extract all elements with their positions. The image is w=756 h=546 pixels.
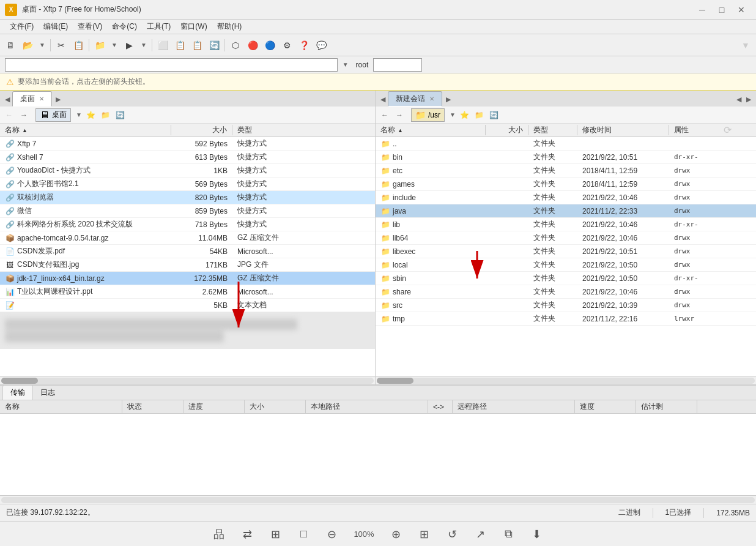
- right-file-row[interactable]: 📁include文件夹2021/9/22, 10:46drwx: [376, 191, 756, 204]
- left-nav-back[interactable]: ←: [2, 108, 16, 122]
- toolbar-help[interactable]: ❓: [296, 37, 312, 53]
- tab-transfer[interactable]: 传输: [2, 385, 33, 400]
- left-panel-tab-desktop[interactable]: 桌面 ✕: [12, 91, 52, 107]
- right-tab-extra-next[interactable]: ▶: [744, 92, 754, 107]
- left-nav-new-folder[interactable]: 📁: [99, 108, 113, 122]
- menu-file[interactable]: 文件(F): [5, 20, 39, 33]
- right-col-size[interactable]: 大小: [486, 125, 528, 135]
- right-h-scrollbar[interactable]: [376, 376, 756, 384]
- bottom-icon-zoom-in[interactable]: ⊕: [387, 525, 406, 544]
- left-col-name[interactable]: 名称 ▲: [0, 125, 171, 135]
- toolbar-new-session[interactable]: 🖥: [2, 37, 18, 53]
- left-col-size[interactable]: 大小: [171, 125, 232, 135]
- left-h-scrollbar[interactable]: [0, 376, 375, 384]
- restore-button[interactable]: □: [712, 0, 732, 20]
- host-input[interactable]: [5, 58, 338, 72]
- bottom-icon-transfer-to[interactable]: ⇄: [238, 525, 256, 544]
- close-button[interactable]: ✕: [732, 0, 751, 20]
- right-file-row[interactable]: 📁src文件夹2021/9/22, 10:39drwx: [376, 299, 756, 312]
- toolbar-chat[interactable]: 💬: [313, 37, 329, 53]
- password-input[interactable]: [373, 58, 422, 72]
- transfer-scrollbar-track[interactable]: [1, 497, 755, 503]
- left-file-row[interactable]: 🔗双核浏览器820 Bytes快捷方式: [0, 191, 375, 204]
- right-file-row[interactable]: 📁lib64文件夹2021/9/22, 10:46drwx: [376, 231, 756, 245]
- left-file-row[interactable]: 🔗科来网络分析系统 2020 技术交流版718 Bytes快捷方式: [0, 218, 375, 231]
- bottom-icon-download[interactable]: ⬇: [528, 525, 546, 544]
- bottom-icon-sessions[interactable]: 品: [210, 525, 228, 544]
- left-file-row[interactable]: 🔗个人数字图书馆2.1569 Bytes快捷方式: [0, 178, 375, 191]
- toolbar-btn10[interactable]: 🔴: [245, 37, 261, 53]
- left-tab-close[interactable]: ✕: [39, 95, 44, 102]
- right-file-list[interactable]: 名称 ▲ 大小 类型 修改时间 属性 ⟳: [376, 124, 756, 376]
- menu-view[interactable]: 查看(V): [73, 20, 107, 33]
- toolbar-btn8[interactable]: 🔄: [206, 37, 222, 53]
- right-path-dropdown[interactable]: ▼: [448, 111, 457, 118]
- right-tab-prev[interactable]: ◀: [378, 92, 388, 107]
- left-file-row[interactable]: 🖼CSDN支付截图.jpg171KBJPG 文件: [0, 258, 375, 272]
- right-file-row[interactable]: 📁sbin文件夹2021/9/22, 10:50dr-xr-: [376, 272, 756, 285]
- menu-help[interactable]: 帮助(H): [212, 20, 247, 33]
- left-file-row[interactable]: 🔗Xftp 7592 Bytes快捷方式: [0, 137, 375, 151]
- left-file-row[interactable]: 🔗微信859 Bytes快捷方式: [0, 204, 375, 218]
- transfer-h-scrollbar[interactable]: [0, 495, 756, 504]
- right-tab-extra-prev[interactable]: ◀: [734, 92, 744, 107]
- right-col-name[interactable]: 名称 ▲: [376, 125, 486, 135]
- menu-window[interactable]: 窗口(W): [176, 20, 212, 33]
- host-dropdown[interactable]: ▼: [340, 61, 351, 68]
- right-scroll-track[interactable]: [377, 378, 755, 384]
- toolbar-right-arrow[interactable]: ▼: [738, 37, 754, 53]
- right-nav-forward[interactable]: →: [393, 108, 406, 122]
- toolbar-btn5[interactable]: ⬜: [155, 37, 171, 53]
- toolbar-btn11[interactable]: 🔵: [262, 37, 278, 53]
- left-nav-forward[interactable]: →: [17, 108, 31, 122]
- right-panel-tab-session[interactable]: 新建会话 ✕: [388, 91, 442, 107]
- bottom-icon-copy[interactable]: ⊞: [266, 525, 284, 544]
- toolbar-btn3-dropdown[interactable]: ▼: [109, 37, 120, 53]
- left-tab-next[interactable]: ▶: [53, 92, 63, 107]
- bottom-icon-open-external[interactable]: ↗: [472, 525, 490, 544]
- toolbar-open[interactable]: 📂: [20, 37, 35, 53]
- toolbar-btn7[interactable]: 📋: [189, 37, 205, 53]
- toolbar-btn4[interactable]: ▶: [121, 37, 137, 53]
- toolbar-btn4-dropdown[interactable]: ▼: [138, 37, 149, 53]
- left-file-row[interactable]: 🔗YoudaoDict - 快捷方式1KB快捷方式: [0, 164, 375, 178]
- left-nav-refresh[interactable]: 🔄: [114, 108, 127, 122]
- right-file-row[interactable]: 📁etc文件夹2018/4/11, 12:59drwx: [376, 164, 756, 178]
- right-file-row[interactable]: 📁tmp文件夹2021/11/2, 22:16lrwxr: [376, 312, 756, 326]
- bottom-icon-new-folder[interactable]: □: [294, 525, 313, 544]
- minimize-button[interactable]: ─: [692, 0, 712, 20]
- toolbar-settings[interactable]: ⚙: [279, 37, 295, 53]
- right-nav-refresh[interactable]: 🔄: [487, 108, 501, 122]
- bottom-icon-resize[interactable]: ⧉: [500, 525, 518, 544]
- left-file-row[interactable]: 🔗Xshell 7613 Bytes快捷方式: [0, 151, 375, 164]
- right-file-row[interactable]: 📁..文件夹: [376, 137, 756, 151]
- bottom-icon-grid[interactable]: ⊞: [415, 525, 434, 544]
- left-file-row[interactable]: 📦apache-tomcat-9.0.54.tar.gz11.04MBGZ 压缩…: [0, 231, 375, 245]
- right-tab-next[interactable]: ▶: [443, 92, 453, 107]
- left-file-row[interactable]: 📊T业以太网课程设计.ppt2.62MBMicrosoft...: [0, 285, 375, 299]
- left-file-row[interactable]: 📄CSDN发票.pdf54KBMicrosoft...: [0, 245, 375, 258]
- right-col-date[interactable]: 修改时间: [577, 125, 669, 135]
- toolbar-btn3[interactable]: 📁: [92, 37, 108, 53]
- left-nav-bookmark[interactable]: ⭐: [84, 108, 98, 122]
- toolbar-btn9[interactable]: ⬡: [228, 37, 243, 53]
- right-file-row[interactable]: 📁java文件夹2021/11/2, 22:33drwx: [376, 204, 756, 218]
- toolbar-cut[interactable]: ✂: [53, 37, 69, 53]
- toolbar-copy[interactable]: 📋: [70, 37, 86, 53]
- right-file-row[interactable]: 📁bin文件夹2021/9/22, 10:51dr-xr-: [376, 151, 756, 164]
- right-col-type[interactable]: 类型: [528, 125, 577, 135]
- bottom-icon-refresh[interactable]: ↺: [443, 525, 462, 544]
- left-file-row[interactable]: 📝5KB文本文档: [0, 299, 375, 312]
- left-file-row[interactable]: 📦jdk-17_linux-x64_bin.tar.gz172.35MBGZ 压…: [0, 272, 375, 285]
- menu-command[interactable]: 命令(C): [107, 20, 142, 33]
- right-file-row[interactable]: 📁lib文件夹2021/9/22, 10:46dr-xr-: [376, 218, 756, 231]
- left-tab-prev[interactable]: ◀: [2, 92, 12, 107]
- right-file-row[interactable]: 📁local文件夹2021/9/22, 10:50drwx: [376, 258, 756, 272]
- right-col-perm[interactable]: 属性: [669, 125, 718, 135]
- menu-edit[interactable]: 编辑(E): [39, 20, 73, 33]
- toolbar-open-dropdown[interactable]: ▼: [37, 37, 48, 53]
- left-col-type[interactable]: 类型: [232, 125, 306, 135]
- left-scroll-track[interactable]: [1, 378, 374, 384]
- left-path-dropdown[interactable]: ▼: [75, 111, 83, 118]
- right-nav-bookmark[interactable]: ⭐: [458, 108, 472, 122]
